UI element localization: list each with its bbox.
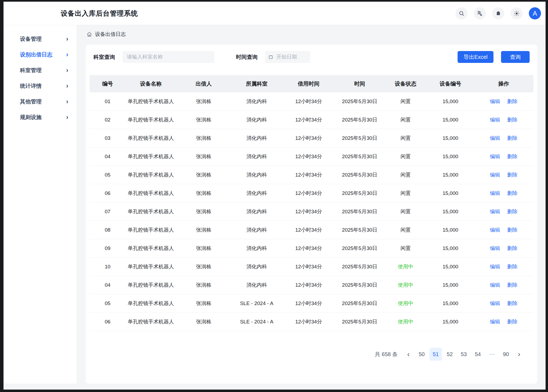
cell-lender: 张润栋	[176, 171, 231, 178]
edit-link[interactable]: 编辑	[490, 208, 500, 215]
table-row: 07 单孔腔镜手术机器人 张润栋 消化内科 12小时34分 2025年5月30日…	[90, 202, 533, 221]
delete-link[interactable]: 删除	[507, 300, 517, 307]
edit-link[interactable]: 编辑	[490, 282, 500, 289]
cell-device-number: 15,000	[427, 135, 474, 141]
cell-actions: 编辑 删除	[474, 171, 533, 178]
delete-link[interactable]: 删除	[507, 135, 517, 142]
page-number[interactable]: 50	[415, 348, 428, 361]
user-avatar[interactable]: A	[529, 7, 541, 19]
cell-device-name: 单孔腔镜手术机器人	[126, 171, 176, 178]
edit-link[interactable]: 编辑	[490, 227, 500, 234]
edit-link[interactable]: 编辑	[490, 98, 500, 105]
cell-date: 2025年5月30日	[335, 135, 384, 142]
page-number[interactable]: 53	[458, 348, 470, 361]
edit-link[interactable]: 编辑	[490, 190, 500, 197]
table-body: 01 单孔腔镜手术机器人 张润栋 消化内科 12小时34分 2025年5月30日…	[90, 92, 533, 331]
sidebar-item[interactable]: 科室管理 ›	[4, 62, 77, 78]
cell-date: 2025年5月30日	[335, 263, 384, 270]
cell-number: 09	[90, 245, 126, 251]
column-header: 设备状态	[384, 80, 427, 87]
edit-link[interactable]: 编辑	[490, 318, 500, 325]
cell-actions: 编辑 删除	[474, 208, 533, 215]
query-button[interactable]: 查询	[501, 51, 530, 63]
notification-icon	[495, 11, 501, 16]
pagination: 共 658 条 ‹ 50 51 52 53 54 ⋯ 90 ›	[90, 348, 525, 361]
delete-link[interactable]: 删除	[507, 208, 517, 215]
theme-button[interactable]	[510, 7, 523, 19]
prev-page-button[interactable]: ‹	[403, 348, 414, 360]
page-number[interactable]: 54	[472, 348, 484, 361]
time-query-label: 时间查询	[236, 53, 258, 61]
cell-lender: 张润栋	[176, 263, 231, 270]
cell-lender: 张润栋	[176, 282, 231, 289]
cell-lender: 张润栋	[176, 98, 231, 105]
cell-device-status: 闲置	[384, 245, 427, 252]
page-list: 50 51 52 53 54 ⋯ 90	[415, 348, 512, 361]
cell-device-status: 闲置	[384, 135, 427, 142]
sidebar-item[interactable]: 其他管理 ›	[4, 94, 77, 109]
dept-search-input[interactable]	[123, 51, 214, 63]
cell-device-name: 单孔腔镜手术机器人	[126, 300, 176, 307]
sidebar-item[interactable]: 设别出借日志 ›	[4, 47, 77, 62]
cell-device-status: 使用中	[384, 300, 427, 307]
edit-link[interactable]: 编辑	[490, 153, 500, 160]
cell-date: 2025年5月30日	[335, 227, 384, 234]
cell-actions: 编辑 删除	[474, 263, 533, 270]
edit-link[interactable]: 编辑	[490, 171, 500, 178]
cell-date: 2025年5月30日	[335, 282, 384, 289]
delete-link[interactable]: 删除	[507, 245, 517, 252]
delete-link[interactable]: 删除	[507, 190, 517, 197]
search-button[interactable]	[455, 7, 468, 19]
cell-department: 消化内科	[231, 135, 282, 142]
delete-link[interactable]: 删除	[507, 318, 517, 325]
delete-link[interactable]: 删除	[507, 263, 517, 270]
cell-device-name: 单孔腔镜手术机器人	[126, 135, 176, 142]
delete-link[interactable]: 删除	[507, 153, 517, 160]
page-number[interactable]: 52	[444, 348, 456, 361]
edit-link[interactable]: 编辑	[490, 300, 500, 307]
start-date-picker[interactable]	[265, 51, 310, 63]
cell-device-number: 15,000	[427, 154, 474, 160]
edit-link[interactable]: 编辑	[490, 263, 500, 270]
theme-brightness-icon	[514, 11, 520, 16]
cell-device-name: 单孔腔镜手术机器人	[126, 245, 176, 252]
table-row: 10 单孔腔镜手术机器人 张润栋 消化内科 12小时34分 2025年5月30日…	[90, 258, 533, 276]
cell-device-number: 15,000	[427, 245, 474, 251]
column-header: 时间	[335, 80, 384, 87]
cell-device-status: 使用中	[384, 263, 427, 270]
cell-device-number: 15,000	[427, 319, 474, 325]
cell-date: 2025年5月30日	[335, 300, 384, 307]
edit-link[interactable]: 编辑	[490, 135, 500, 142]
edit-link[interactable]: 编辑	[490, 116, 500, 123]
page-number[interactable]: 90	[500, 348, 512, 361]
cell-device-status: 使用中	[384, 318, 427, 325]
delete-link[interactable]: 删除	[507, 98, 517, 105]
language-button[interactable]: 文 A	[474, 7, 486, 19]
page-number[interactable]: 51	[429, 348, 442, 361]
delete-link[interactable]: 删除	[507, 116, 517, 123]
start-date-input[interactable]	[276, 54, 303, 60]
delete-link[interactable]: 删除	[507, 282, 517, 289]
sidebar-item[interactable]: 规则设施 ›	[4, 109, 77, 125]
cell-device-status: 使用中	[384, 282, 427, 289]
edit-link[interactable]: 编辑	[490, 245, 500, 252]
cell-lender: 张润栋	[176, 135, 231, 142]
cell-device-number: 15,000	[427, 209, 474, 215]
cell-number: 06	[90, 190, 126, 196]
export-excel-button[interactable]: 导出Excel	[458, 51, 493, 63]
next-page-button[interactable]: ›	[514, 348, 525, 360]
cell-number: 02	[90, 117, 126, 123]
table-row: 04 单孔腔镜手术机器人 张润栋 消化内科 12小时34分 2025年5月30日…	[90, 276, 533, 294]
cell-date: 2025年5月30日	[335, 116, 384, 123]
delete-link[interactable]: 删除	[507, 171, 517, 178]
delete-link[interactable]: 删除	[507, 227, 517, 234]
sidebar-item[interactable]: 统计详情 ›	[4, 78, 77, 94]
sidebar-item-label: 设备管理	[20, 35, 42, 43]
cell-lender: 张润栋	[176, 245, 231, 252]
notification-button[interactable]	[492, 7, 504, 19]
table-row: 03 单孔腔镜手术机器人 张润栋 消化内科 12小时34分 2025年5月30日…	[90, 129, 533, 147]
cell-device-name: 单孔腔镜手术机器人	[126, 318, 176, 325]
cell-actions: 编辑 删除	[474, 116, 533, 123]
sidebar-item[interactable]: 设备管理 ›	[4, 31, 77, 47]
cell-borrow-duration: 12小时34分	[282, 263, 335, 270]
